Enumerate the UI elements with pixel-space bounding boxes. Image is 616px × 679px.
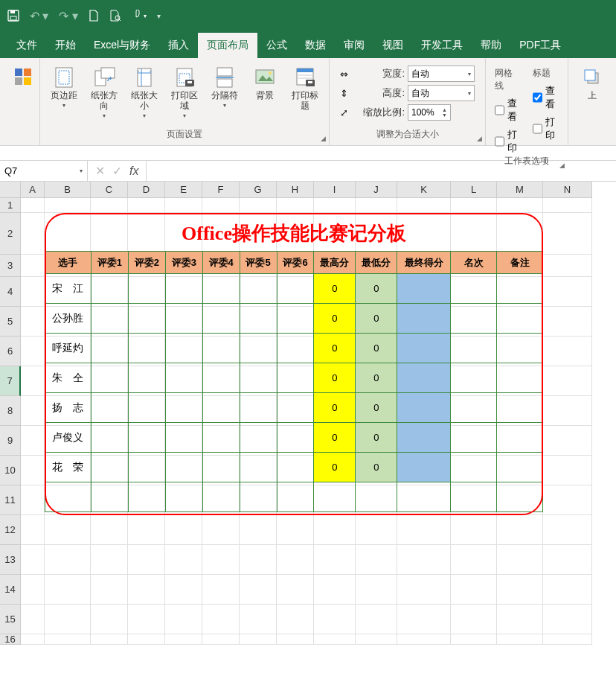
contestant-name[interactable]: 花 荣 [45,453,92,482]
height-combo[interactable]: 自动▾ [408,85,475,101]
rank-cell[interactable] [451,274,497,304]
empty-cell[interactable] [314,482,356,512]
bring-forward-button[interactable]: 上 [574,63,610,141]
page-setup-launcher-icon[interactable]: ◢ [321,135,326,142]
tab-帮助[interactable]: 帮助 [472,33,510,58]
judge-score-cell[interactable] [128,274,165,304]
col-header-A[interactable]: A [21,182,45,198]
min-score-cell[interactable]: 0 [356,393,397,423]
row-header-5[interactable]: 5 [0,307,21,337]
judge-score-cell[interactable] [165,363,202,393]
col-header-E[interactable]: E [165,182,202,198]
final-score-cell[interactable] [397,423,451,453]
col-header-J[interactable]: J [356,182,397,198]
contestant-name[interactable]: 公孙胜 [45,304,92,334]
row-header-2[interactable]: 2 [0,213,21,255]
judge-score-cell[interactable] [128,423,165,453]
min-score-cell[interactable]: 0 [356,423,397,453]
remark-cell[interactable] [497,393,543,423]
col-header-M[interactable]: M [497,182,543,198]
name-box[interactable]: Q7▾ [0,161,88,181]
empty-cell[interactable] [497,482,543,512]
col-header-D[interactable]: D [128,182,165,198]
judge-score-cell[interactable] [240,393,277,423]
empty-cell[interactable] [397,482,451,512]
row-header-14[interactable]: 14 [0,575,21,605]
judge-score-cell[interactable] [91,304,128,334]
judge-score-cell[interactable] [277,363,314,393]
tab-插入[interactable]: 插入 [159,33,198,58]
print-preview-icon[interactable] [109,10,121,22]
col-header-K[interactable]: K [397,182,451,198]
remark-cell[interactable] [497,363,543,393]
judge-score-cell[interactable] [128,393,165,423]
contestant-name[interactable]: 宋 江 [45,274,92,304]
redo-icon[interactable]: ↷ ▾ [59,9,77,23]
col-header-G[interactable]: G [240,182,277,198]
tab-Excel与财务[interactable]: Excel与财务 [85,33,159,58]
tab-审阅[interactable]: 审阅 [335,33,373,58]
empty-cell[interactable] [165,482,202,512]
judge-score-cell[interactable] [91,334,128,363]
background-button[interactable]: 背景 [247,63,283,128]
final-score-cell[interactable] [397,363,451,393]
judge-score-cell[interactable] [165,453,202,482]
contestant-name[interactable]: 呼延灼 [45,334,92,363]
remark-cell[interactable] [497,334,543,363]
confirm-icon[interactable]: ✓ [112,164,122,178]
judge-score-cell[interactable] [165,393,202,423]
headings-print-checkbox[interactable]: 打印 [533,115,559,142]
min-score-cell[interactable]: 0 [356,334,397,363]
max-score-cell[interactable]: 0 [314,304,356,334]
col-header-L[interactable]: L [451,182,497,198]
min-score-cell[interactable]: 0 [356,304,397,334]
final-score-cell[interactable] [397,304,451,334]
empty-cell[interactable] [277,482,314,512]
column-headers[interactable]: ABCDEFGHIJKLMN [21,182,592,198]
print-titles-button[interactable]: 打印标题 [287,63,323,128]
cancel-icon[interactable]: ✕ [95,164,105,178]
scale-launcher-icon[interactable]: ◢ [477,135,482,142]
judge-score-cell[interactable] [240,304,277,334]
row-header-7[interactable]: 7 [0,366,21,396]
min-score-cell[interactable]: 0 [356,453,397,482]
judge-score-cell[interactable] [277,304,314,334]
rank-cell[interactable] [451,334,497,363]
judge-score-cell[interactable] [240,334,277,363]
contestant-name[interactable]: 卢俊义 [45,423,92,453]
save-icon[interactable] [7,10,19,22]
gridlines-view-checkbox[interactable]: 查看 [495,97,521,124]
print-area-button[interactable]: 打印区域▾ [167,63,202,128]
final-score-cell[interactable] [397,453,451,482]
row-header-13[interactable]: 13 [0,545,21,575]
judge-score-cell[interactable] [165,423,202,453]
judge-score-cell[interactable] [240,363,277,393]
max-score-cell[interactable]: 0 [314,393,356,423]
row-header-8[interactable]: 8 [0,396,21,426]
tab-公式[interactable]: 公式 [257,33,296,58]
row-headers[interactable]: 12345678910111213141516 [0,198,21,645]
row-header-15[interactable]: 15 [0,605,21,634]
judge-score-cell[interactable] [240,453,277,482]
judge-score-cell[interactable] [128,304,165,334]
row-header-10[interactable]: 10 [0,456,21,485]
judge-score-cell[interactable] [165,304,202,334]
col-header-I[interactable]: I [314,182,356,198]
themes-button[interactable] [6,63,42,141]
contestant-name[interactable]: 朱 仝 [45,363,92,393]
final-score-cell[interactable] [397,274,451,304]
row-header-11[interactable]: 11 [0,485,21,515]
final-score-cell[interactable] [397,334,451,363]
col-header-B[interactable]: B [45,182,91,198]
judge-score-cell[interactable] [277,423,314,453]
judge-score-cell[interactable] [91,274,128,304]
col-header-N[interactable]: N [543,182,592,198]
rank-cell[interactable] [451,304,497,334]
row-header-1[interactable]: 1 [0,198,21,213]
tab-文件[interactable]: 文件 [7,33,46,58]
tab-PDF工具[interactable]: PDF工具 [510,33,570,58]
remark-cell[interactable] [497,423,543,453]
empty-cell[interactable] [451,482,497,512]
judge-score-cell[interactable] [202,423,240,453]
row-header-12[interactable]: 12 [0,515,21,545]
